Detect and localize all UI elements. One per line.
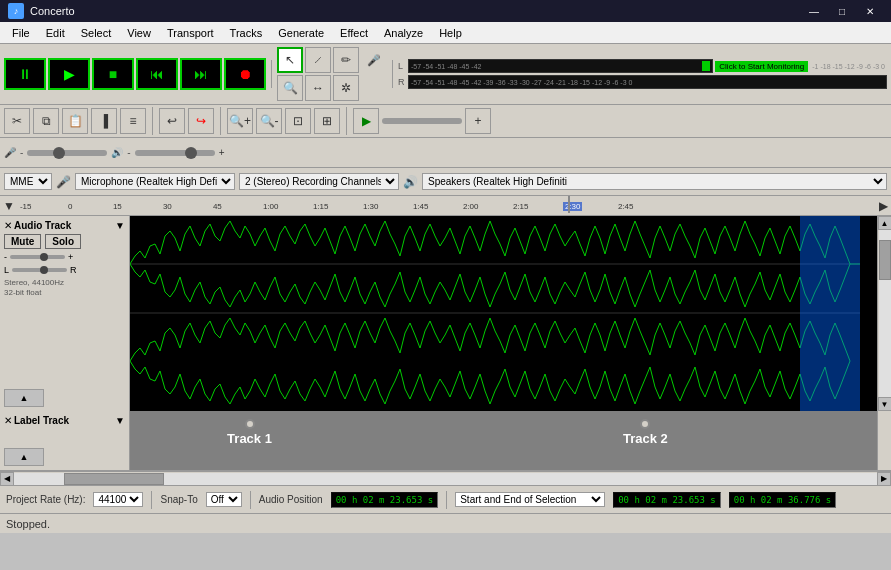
- next-button[interactable]: ⏭: [180, 58, 222, 90]
- pan-slider[interactable]: [12, 268, 67, 272]
- status-sep-1: [151, 491, 152, 509]
- prev-button[interactable]: ⏮: [136, 58, 178, 90]
- app-title: Concerto: [30, 5, 801, 17]
- label-track-expand-button[interactable]: ▲: [4, 448, 44, 466]
- timeline-ruler: ▼ -15 0 15 30 45 1:00 1:15 1:30 1:45 2:0…: [0, 196, 891, 216]
- maximize-button[interactable]: □: [829, 2, 855, 20]
- position-value-2: 00 h 02 m 23.653 s: [618, 495, 716, 505]
- copy-button[interactable]: ⧉: [33, 108, 59, 134]
- stop-button[interactable]: ■: [92, 58, 134, 90]
- speaker-select[interactable]: Speakers (Realtek High Definiti: [422, 173, 887, 190]
- monitor-button[interactable]: Click to Start Monitoring: [715, 61, 808, 72]
- time-tool-button[interactable]: ↔: [305, 75, 331, 101]
- undo-button[interactable]: ↩: [159, 108, 185, 134]
- zoom-in-button[interactable]: 🔍+: [227, 108, 253, 134]
- pause-button[interactable]: ⏸: [4, 58, 46, 90]
- menu-select[interactable]: Select: [73, 25, 120, 41]
- playback-slider[interactable]: [382, 118, 462, 124]
- track-arrow-icon[interactable]: ▼: [115, 220, 125, 231]
- menu-analyze[interactable]: Analyze: [376, 25, 431, 41]
- mic-device-icon: 🎤: [56, 175, 71, 189]
- menu-transport[interactable]: Transport: [159, 25, 222, 41]
- menu-view[interactable]: View: [119, 25, 159, 41]
- main-track-area: ✕ Audio Track ▼ Mute Solo - + L R Stereo…: [0, 216, 891, 411]
- vu-r-scale: -57 -54 -51 -48 -45 -42 -39 -36 -33 -30 …: [409, 79, 634, 86]
- project-rate-select[interactable]: 44100: [93, 492, 143, 507]
- track-close-icon[interactable]: ✕: [4, 220, 12, 231]
- status-sep-3: [446, 491, 447, 509]
- track-expand-button[interactable]: ▲: [4, 389, 44, 407]
- close-button[interactable]: ✕: [857, 2, 883, 20]
- label-track-scrollbar-space: [877, 411, 891, 470]
- label-track-arrow-icon[interactable]: ▼: [115, 415, 125, 426]
- scroll-up-button[interactable]: ▲: [878, 216, 892, 230]
- audio-position-label: Audio Position: [259, 494, 323, 505]
- ruler-mark-130: 1:30: [363, 202, 379, 211]
- mic-small-icon: 🎤: [4, 147, 16, 158]
- multi-tool-button[interactable]: ✲: [333, 75, 359, 101]
- label-marker-track1[interactable]: Track 1: [227, 419, 272, 446]
- output-level-slider[interactable]: [135, 150, 215, 156]
- menu-file[interactable]: File: [4, 25, 38, 41]
- ruler-mark-230: 2:30: [563, 202, 583, 211]
- envelope-tool-button[interactable]: ⟋: [305, 47, 331, 73]
- mute-button[interactable]: Mute: [4, 234, 41, 249]
- cut-button[interactable]: ✂: [4, 108, 30, 134]
- selection-highlight-top: [800, 216, 860, 313]
- scroll-down-button[interactable]: ▼: [878, 397, 892, 411]
- waveform-bottom-channel: [130, 318, 850, 404]
- scroll-thumb[interactable]: [879, 240, 891, 280]
- ruler-arrow-right[interactable]: ▶: [876, 199, 891, 213]
- status-sep-2: [250, 491, 251, 509]
- menu-tracks[interactable]: Tracks: [222, 25, 271, 41]
- draw-tool-button[interactable]: ✏: [333, 47, 359, 73]
- h-scroll-track[interactable]: [14, 473, 877, 485]
- input-level-slider[interactable]: [27, 150, 107, 156]
- menu-bar: File Edit Select View Transport Tracks G…: [0, 22, 891, 44]
- record-button[interactable]: ⏺: [224, 58, 266, 90]
- speaker-icon: 🔊: [111, 147, 123, 158]
- mic-icon: 🎤: [361, 47, 387, 73]
- label-pin-1: [245, 419, 255, 429]
- scroll-track[interactable]: [879, 230, 891, 397]
- menu-generate[interactable]: Generate: [270, 25, 332, 41]
- vu-l-scale: -57 -54 -51 -48 -45 -42: [409, 63, 483, 70]
- redo-button[interactable]: ↪: [188, 108, 214, 134]
- solo-button[interactable]: Solo: [45, 234, 81, 249]
- menu-help[interactable]: Help: [431, 25, 470, 41]
- h-scroll-left-button[interactable]: ◀: [0, 472, 14, 486]
- gain-slider[interactable]: [10, 255, 65, 259]
- audio-system-select[interactable]: MME: [4, 173, 52, 190]
- zoom-out-button[interactable]: 🔍-: [256, 108, 282, 134]
- fit-button[interactable]: ⊡: [285, 108, 311, 134]
- select-tool-button[interactable]: ↖: [277, 47, 303, 73]
- menu-effect[interactable]: Effect: [332, 25, 376, 41]
- selection-mode-select[interactable]: Start and End of Selection: [455, 492, 605, 507]
- plus-button[interactable]: +: [465, 108, 491, 134]
- label-track-close-icon[interactable]: ✕: [4, 415, 12, 426]
- zoom-sel-button[interactable]: ⊞: [314, 108, 340, 134]
- play-button[interactable]: ▶: [48, 58, 90, 90]
- vu-meter-section: L -57 -54 -51 -48 -45 -42 Click to Start…: [398, 59, 887, 89]
- label-marker-track2[interactable]: Track 2: [623, 419, 668, 446]
- waveform-container[interactable]: [130, 216, 877, 411]
- ruler-arrow-left[interactable]: ▼: [0, 199, 18, 213]
- stopped-bar: Stopped.: [0, 513, 891, 533]
- paste-button[interactable]: 📋: [62, 108, 88, 134]
- snap-to-select[interactable]: Off: [206, 492, 242, 507]
- silence-button[interactable]: ≡: [120, 108, 146, 134]
- minimize-button[interactable]: —: [801, 2, 827, 20]
- label-track-body[interactable]: Track 1 Track 2: [130, 411, 877, 470]
- play-green-button[interactable]: ▶: [353, 108, 379, 134]
- window-controls: — □ ✕: [801, 2, 883, 20]
- h-scroll-right-button[interactable]: ▶: [877, 472, 891, 486]
- menu-edit[interactable]: Edit: [38, 25, 73, 41]
- h-scroll-thumb[interactable]: [64, 473, 164, 485]
- ruler-mark-215: 2:15: [513, 202, 529, 211]
- label-text-track1: Track 1: [227, 431, 272, 446]
- zoom-tool-button[interactable]: 🔍: [277, 75, 303, 101]
- channels-select[interactable]: 2 (Stereo) Recording Channels: [239, 173, 399, 190]
- vol-plus-icon: +: [219, 147, 225, 158]
- trim-button[interactable]: ▐: [91, 108, 117, 134]
- microphone-select[interactable]: Microphone (Realtek High Defini: [75, 173, 235, 190]
